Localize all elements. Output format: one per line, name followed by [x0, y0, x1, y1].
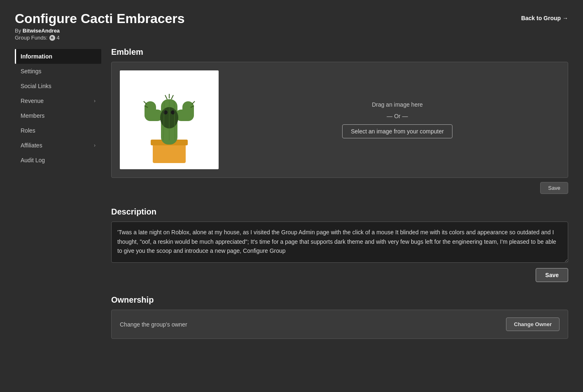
- page-wrapper: Configure Cacti Embracers By BitwiseAndr…: [0, 0, 583, 364]
- page-title: Configure Cacti Embracers: [15, 12, 185, 26]
- sidebar-item-information[interactable]: Information: [15, 49, 101, 64]
- svg-rect-0: [153, 142, 186, 163]
- emblem-box: Drag an image here — Or — Select an imag…: [111, 62, 568, 178]
- robux-icon: R: [49, 35, 55, 41]
- main-content: Emblem: [101, 47, 568, 352]
- sidebar-item-label: Audit Log: [21, 157, 45, 163]
- sidebar-item-label: Affiliates: [21, 142, 42, 149]
- ownership-section-title: Ownership: [111, 295, 568, 305]
- sidebar-item-revenue[interactable]: Revenue ›: [15, 93, 101, 108]
- sidebar-item-audit-log[interactable]: Audit Log: [15, 153, 101, 168]
- sidebar-item-members[interactable]: Members: [15, 108, 101, 123]
- group-funds-amount: 4: [57, 35, 60, 41]
- sidebar-item-label: Revenue: [21, 98, 44, 104]
- emblem-upload-area: Drag an image here — Or — Select an imag…: [235, 101, 560, 138]
- description-save-button[interactable]: Save: [536, 268, 568, 282]
- svg-line-14: [165, 95, 167, 99]
- sidebar-item-affiliates[interactable]: Affiliates ›: [15, 138, 101, 153]
- svg-line-12: [192, 101, 195, 104]
- sidebar: Information Settings Social Links Revenu…: [15, 47, 101, 352]
- emblem-save-row: Save: [111, 178, 568, 194]
- content-layout: Information Settings Social Links Revenu…: [15, 47, 568, 352]
- header-row: Configure Cacti Embracers By BitwiseAndr…: [15, 12, 568, 47]
- sidebar-item-label: Social Links: [21, 83, 51, 89]
- by-label: By: [15, 28, 21, 34]
- chevron-right-icon: ›: [94, 142, 96, 148]
- emblem-section-title: Emblem: [111, 47, 568, 57]
- change-owner-button[interactable]: Change Owner: [506, 317, 560, 331]
- ownership-box: Change the group's owner Change Owner: [111, 310, 568, 339]
- ownership-section: Ownership Change the group's owner Chang…: [111, 295, 568, 339]
- description-section-title: Description: [111, 207, 568, 217]
- select-image-button[interactable]: Select an image from your computer: [342, 124, 452, 138]
- description-section: Description 'Twas a late night on Roblox…: [111, 207, 568, 282]
- sidebar-item-label: Roles: [21, 127, 35, 134]
- emblem-image-preview: [120, 70, 219, 169]
- ownership-change-text: Change the group's owner: [120, 321, 187, 328]
- page-header: Configure Cacti Embracers By BitwiseAndr…: [15, 12, 185, 41]
- sidebar-item-roles[interactable]: Roles: [15, 123, 101, 138]
- by-line: By BitwiseAndrea: [15, 28, 185, 34]
- svg-line-16: [171, 95, 173, 99]
- cactus-image: [128, 75, 210, 165]
- chevron-right-icon: ›: [94, 98, 96, 104]
- back-to-group-link[interactable]: Back to Group →: [521, 15, 568, 21]
- sidebar-item-settings[interactable]: Settings: [15, 64, 101, 79]
- description-save-row: Save: [111, 264, 568, 282]
- description-textarea[interactable]: 'Twas a late night on Roblox, alone at m…: [111, 222, 568, 263]
- or-text: — Or —: [387, 113, 408, 119]
- sidebar-item-label: Members: [21, 112, 44, 119]
- group-funds-label: Group Funds:: [15, 35, 48, 41]
- emblem-section: Emblem: [111, 47, 568, 194]
- drag-text: Drag an image here: [372, 101, 423, 108]
- svg-line-10: [144, 101, 147, 104]
- sidebar-item-social-links[interactable]: Social Links: [15, 79, 101, 93]
- author-name: BitwiseAndrea: [23, 28, 60, 34]
- sidebar-item-label: Settings: [21, 68, 42, 75]
- emblem-save-button[interactable]: Save: [540, 182, 568, 194]
- group-funds: Group Funds: R 4: [15, 35, 185, 41]
- sidebar-item-label: Information: [21, 53, 52, 60]
